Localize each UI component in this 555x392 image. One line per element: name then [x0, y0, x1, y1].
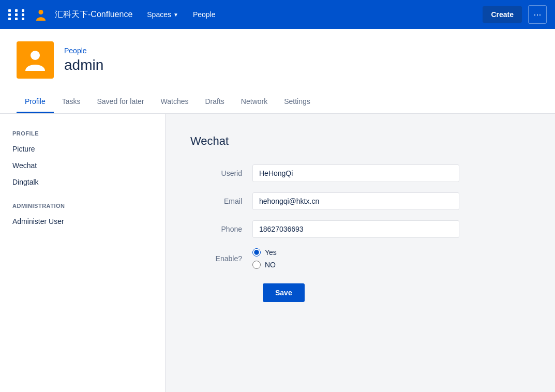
email-row: Email [190, 192, 459, 210]
sidebar-item-wechat[interactable]: Wechat [0, 157, 165, 174]
avatar [17, 41, 54, 79]
sidebar-item-picture[interactable]: Picture [0, 141, 165, 157]
tab-network[interactable]: Network [233, 91, 276, 113]
phone-label: Phone [190, 225, 252, 233]
enable-row: Enable? Yes NO [190, 248, 459, 269]
tab-saved-for-later[interactable]: Saved for later [88, 91, 152, 113]
enable-no-option[interactable]: NO [252, 261, 277, 269]
sidebar-item-dingtalk[interactable]: Dingtalk [0, 174, 165, 190]
enable-no-label: NO [265, 261, 276, 269]
top-navigation: 汇科天下-Confluence Spaces ▼ People Create ·… [0, 0, 555, 29]
sidebar-section-admin-label: ADMINISTRATION [0, 199, 165, 213]
email-label: Email [190, 197, 252, 205]
logo-icon [33, 7, 49, 22]
svg-point-1 [31, 51, 40, 60]
sidebar-section-profile-label: PROFILE [0, 126, 165, 141]
enable-no-radio[interactable] [252, 261, 261, 269]
enable-radio-group: Yes NO [252, 248, 277, 269]
apps-grid-icon[interactable] [8, 9, 27, 20]
more-button[interactable]: ··· [528, 5, 547, 24]
page-header: People admin Profile Tasks Saved for lat… [0, 29, 555, 114]
sidebar: PROFILE Picture Wechat Dingtalk ADMINIST… [0, 114, 166, 392]
spaces-nav-item[interactable]: Spaces ▼ [143, 7, 183, 22]
page-title: admin [64, 57, 103, 73]
enable-yes-label: Yes [265, 248, 277, 257]
svg-point-0 [39, 10, 43, 14]
site-title: 汇科天下-Confluence [55, 9, 132, 20]
tabs-bar: Profile Tasks Saved for later Watches Dr… [17, 91, 538, 113]
userid-row: Userid [190, 164, 459, 182]
tab-tasks[interactable]: Tasks [54, 91, 89, 113]
userid-input[interactable] [252, 164, 459, 182]
phone-row: Phone [190, 220, 459, 238]
enable-yes-option[interactable]: Yes [252, 248, 277, 257]
email-input[interactable] [252, 192, 459, 210]
sidebar-item-administer-user[interactable]: Administer User [0, 213, 165, 230]
enable-yes-radio[interactable] [252, 248, 261, 257]
tab-profile[interactable]: Profile [17, 91, 54, 113]
people-nav-item[interactable]: People [189, 7, 220, 22]
content-area: PROFILE Picture Wechat Dingtalk ADMINIST… [0, 114, 555, 392]
chevron-down-icon: ▼ [173, 12, 178, 18]
phone-input[interactable] [252, 220, 459, 238]
form-title: Wechat [190, 134, 530, 148]
form-actions: Save [263, 279, 530, 302]
tab-settings[interactable]: Settings [276, 91, 319, 113]
tab-drafts[interactable]: Drafts [197, 91, 233, 113]
save-button[interactable]: Save [263, 283, 305, 302]
tab-watches[interactable]: Watches [153, 91, 197, 113]
userid-label: Userid [190, 169, 252, 177]
enable-label: Enable? [190, 254, 252, 263]
breadcrumb[interactable]: People [64, 47, 103, 55]
main-content: Wechat Userid Email Phone Enable? Yes NO [166, 114, 555, 392]
create-button[interactable]: Create [483, 6, 522, 23]
